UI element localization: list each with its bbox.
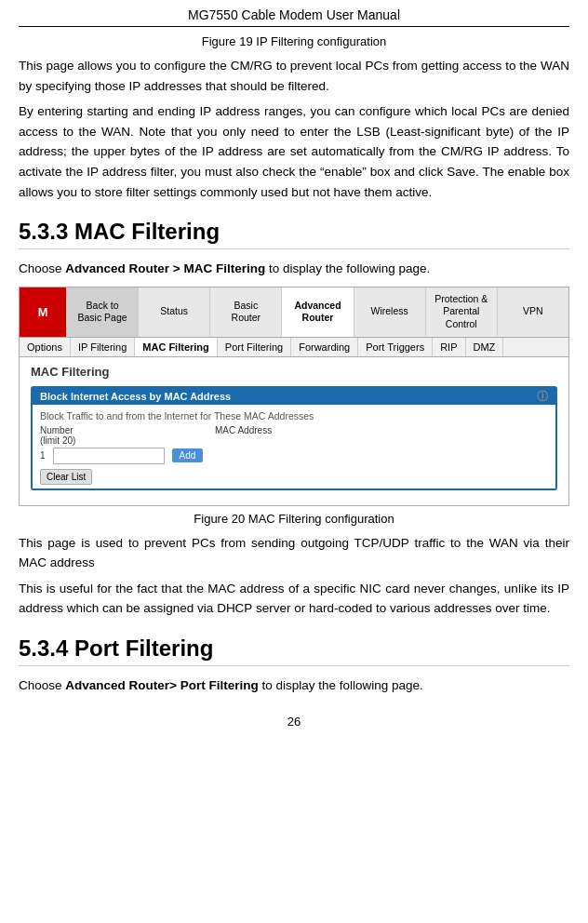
nav-advanced-router[interactable]: AdvancedRouter bbox=[281, 288, 353, 337]
subnav-dmz[interactable]: DMZ bbox=[466, 338, 504, 356]
svg-text:M: M bbox=[38, 305, 48, 319]
router-ui-screenshot: M Back toBasic Page Status BasicRouter A… bbox=[19, 287, 569, 506]
section-5-3-3-choose: Choose Advanced Router > MAC Filtering t… bbox=[19, 259, 569, 279]
mac-info-text: Block Traffic to and from the Internet f… bbox=[40, 410, 548, 421]
motorola-logo-icon: M bbox=[28, 297, 58, 327]
add-button[interactable]: Add bbox=[172, 448, 204, 462]
section-5-3-3-heading: 5.3.3 MAC Filtering bbox=[19, 219, 569, 249]
figure20-caption: Figure 20 MAC Filtering configuration bbox=[19, 512, 569, 526]
subnav-port-triggers[interactable]: Port Triggers bbox=[358, 338, 433, 356]
intro-para2: By entering starting and ending IP addre… bbox=[19, 101, 569, 202]
mac-address-input[interactable] bbox=[53, 448, 165, 464]
section-5-3-4-heading: 5.3.4 Port Filtering bbox=[19, 635, 569, 666]
mac-para2: This is useful for the fact that the MAC… bbox=[19, 579, 569, 619]
mac-col-headers: Number (limit 20) MAC Address bbox=[40, 425, 548, 446]
mac-filtering-title: MAC Filtering bbox=[31, 365, 557, 379]
router-logo: M bbox=[20, 288, 66, 337]
subnav-ip-filtering[interactable]: IP Filtering bbox=[71, 338, 135, 356]
figure19-caption: Figure 19 IP Filtering configuration bbox=[19, 34, 569, 48]
page-header: MG7550 Cable Modem User Manual bbox=[19, 7, 569, 27]
subnav-rip[interactable]: RIP bbox=[433, 338, 465, 356]
mac-block-section: Block Internet Access by MAC Address ⓘ B… bbox=[31, 386, 557, 490]
clear-list-button[interactable]: Clear List bbox=[40, 469, 92, 485]
nav-back-to-basic[interactable]: Back toBasic Page bbox=[66, 288, 138, 337]
nav-wireless[interactable]: Wireless bbox=[354, 288, 425, 337]
choose-bold: Advanced Router > MAC Filtering bbox=[65, 261, 265, 275]
page-container: MG7550 Cable Modem User Manual Figure 19… bbox=[0, 0, 588, 747]
col-number-label: Number (limit 20) bbox=[40, 425, 87, 446]
nav-status[interactable]: Status bbox=[138, 288, 209, 337]
subnav-forwarding[interactable]: Forwarding bbox=[291, 338, 358, 356]
nav-vpn[interactable]: VPN bbox=[497, 288, 568, 337]
subnav-mac-filtering[interactable]: MAC Filtering bbox=[135, 338, 218, 356]
document-title: MG7550 Cable Modem User Manual bbox=[188, 7, 400, 22]
col-mac-label: MAC Address bbox=[215, 425, 272, 446]
page-number: 26 bbox=[19, 715, 569, 729]
nav-basic-router[interactable]: BasicRouter bbox=[209, 288, 281, 337]
mac-para1: This page is used to prevent PCs from se… bbox=[19, 533, 569, 573]
mac-form-row: 1 Add bbox=[40, 448, 548, 464]
subnav-options[interactable]: Options bbox=[20, 338, 71, 356]
router-content-area: MAC Filtering Block Internet Access by M… bbox=[20, 357, 568, 505]
row-number-label: 1 bbox=[40, 450, 46, 461]
section-5-3-4-choose: Choose Advanced Router> Port Filtering t… bbox=[19, 676, 569, 696]
intro-para1: This page allows you to configure the CM… bbox=[19, 56, 569, 96]
choose-bold-534: Advanced Router> Port Filtering bbox=[65, 678, 258, 692]
clear-list-row: Clear List bbox=[40, 468, 548, 485]
info-icon[interactable]: ⓘ bbox=[537, 389, 548, 405]
mac-section-title: Block Internet Access by MAC Address ⓘ bbox=[33, 388, 555, 405]
router-sub-nav: Options IP Filtering MAC Filtering Port … bbox=[20, 338, 568, 357]
nav-protection[interactable]: Protection &Parental Control bbox=[425, 288, 497, 337]
subnav-port-filtering[interactable]: Port Filtering bbox=[218, 338, 291, 356]
router-top-nav: M Back toBasic Page Status BasicRouter A… bbox=[20, 288, 568, 338]
